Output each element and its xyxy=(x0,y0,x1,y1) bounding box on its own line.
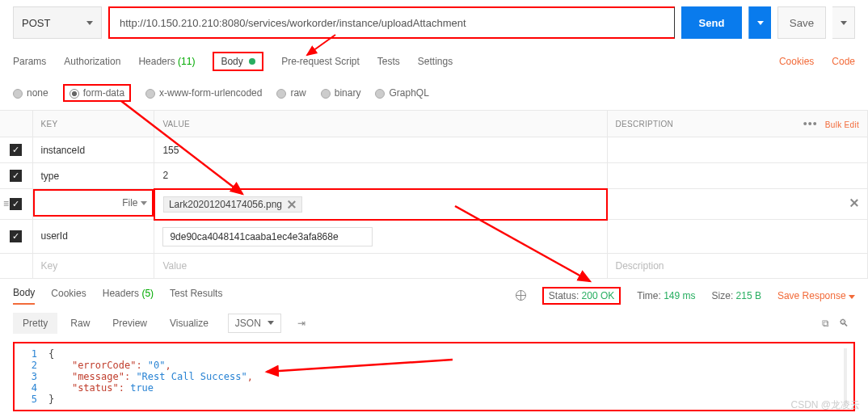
delete-row-icon[interactable] xyxy=(849,198,859,208)
value-cell[interactable]: 9de90ca4048141caaba1ec4e3afa868e xyxy=(154,220,607,254)
view-raw[interactable]: Raw xyxy=(61,313,99,334)
value-cell[interactable]: 2 xyxy=(154,163,607,189)
http-method-value: POST xyxy=(22,17,50,29)
response-body[interactable]: 1{ 2 "errorCode": "0", 3 "message": "Res… xyxy=(13,342,855,411)
radio-icon xyxy=(13,89,23,99)
table-row: ≡ ✓ File Lark20201204174056.png xyxy=(0,189,868,220)
body-raw[interactable]: raw xyxy=(276,87,305,99)
row-checkbox[interactable]: ✓ xyxy=(10,144,22,156)
row-checkbox[interactable]: ✓ xyxy=(10,170,22,182)
col-head-description: DESCRIPTION ••• Bulk Edit xyxy=(607,111,868,137)
tab-settings[interactable]: Settings xyxy=(418,56,453,67)
code-link[interactable]: Code xyxy=(832,56,855,67)
file-chip[interactable]: Lark20201204174056.png xyxy=(163,196,302,213)
format-select[interactable]: JSON xyxy=(228,314,281,333)
value-cell[interactable]: Lark20201204174056.png xyxy=(154,189,607,220)
col-head-value: VALUE xyxy=(154,111,607,137)
view-pretty[interactable]: Pretty xyxy=(13,313,57,334)
copy-icon[interactable]: ⧉ xyxy=(822,318,829,329)
send-dropdown[interactable] xyxy=(748,6,771,39)
key-cell[interactable]: File xyxy=(33,189,154,217)
active-dot-icon xyxy=(249,58,255,65)
scrollbar[interactable] xyxy=(844,348,847,405)
body-form-data[interactable]: form-data xyxy=(63,84,131,102)
description-cell[interactable] xyxy=(607,220,868,254)
table-row: ✓ instanceId 155 xyxy=(0,137,868,163)
response-tab-tests[interactable]: Test Results xyxy=(170,288,222,304)
tab-authorization[interactable]: Authorization xyxy=(64,56,120,67)
search-icon[interactable]: 🔍︎ xyxy=(839,318,849,329)
save-response-dropdown[interactable]: Save Response xyxy=(777,290,855,301)
chevron-down-icon xyxy=(841,21,847,25)
status-badge: Status: 200 OK xyxy=(542,287,621,305)
body-graphql[interactable]: GraphQL xyxy=(375,87,428,99)
chevron-down-icon xyxy=(141,201,147,205)
body-binary[interactable]: binary xyxy=(321,87,361,99)
chevron-down-icon xyxy=(849,295,855,299)
value-cell[interactable]: 155 xyxy=(154,137,607,163)
bulk-edit-link[interactable]: Bulk Edit xyxy=(825,120,859,129)
radio-icon xyxy=(276,89,286,99)
col-head-enable xyxy=(0,111,32,137)
tab-headers[interactable]: Headers (11) xyxy=(138,56,195,67)
row-checkbox[interactable]: ✓ xyxy=(10,198,22,210)
save-button[interactable]: Save xyxy=(777,6,826,39)
table-row-placeholder: Key Value Description xyxy=(0,253,868,278)
chevron-down-icon xyxy=(86,21,93,25)
table-row: ✓ userId 9de90ca4048141caaba1ec4e3afa868… xyxy=(0,220,868,254)
key-placeholder[interactable]: Key xyxy=(32,253,154,278)
globe-icon[interactable] xyxy=(516,290,526,301)
body-none[interactable]: none xyxy=(13,87,48,99)
value-placeholder[interactable]: Value xyxy=(154,253,607,278)
remove-file-icon[interactable] xyxy=(287,200,297,209)
tab-params[interactable]: Params xyxy=(13,56,46,67)
description-cell[interactable] xyxy=(607,163,868,189)
response-tab-cookies[interactable]: Cookies xyxy=(51,288,86,304)
url-input[interactable]: http://10.150.210.210:8080/services/work… xyxy=(108,6,675,39)
description-cell[interactable] xyxy=(607,189,868,220)
view-preview[interactable]: Preview xyxy=(103,313,157,334)
radio-icon xyxy=(321,89,331,99)
key-cell[interactable]: instanceId xyxy=(32,137,154,163)
radio-icon xyxy=(375,89,385,99)
save-dropdown[interactable] xyxy=(832,6,855,39)
form-data-table: KEY VALUE DESCRIPTION ••• Bulk Edit ✓ in… xyxy=(0,110,868,279)
chevron-down-icon xyxy=(268,321,274,325)
http-method-select[interactable]: POST xyxy=(13,6,102,39)
cookies-link[interactable]: Cookies xyxy=(779,56,814,67)
tab-prerequest[interactable]: Pre-request Script xyxy=(281,56,360,67)
radio-icon xyxy=(70,89,79,99)
response-tab-body[interactable]: Body xyxy=(13,287,35,305)
description-cell[interactable] xyxy=(607,137,868,163)
more-icon[interactable]: ••• xyxy=(803,117,818,130)
tab-body[interactable]: Body xyxy=(213,52,263,71)
key-cell[interactable]: userId xyxy=(32,220,154,254)
response-tab-headers[interactable]: Headers (5) xyxy=(103,288,154,304)
row-checkbox[interactable]: ✓ xyxy=(10,230,22,242)
radio-icon xyxy=(145,89,155,99)
body-urlencoded[interactable]: x-www-form-urlencoded xyxy=(145,87,262,99)
tab-tests[interactable]: Tests xyxy=(377,56,400,67)
row-drag-icon[interactable]: ≡ xyxy=(3,198,9,209)
size-badge: Size: 215 B xyxy=(712,290,761,301)
time-badge: Time: 149 ms xyxy=(637,290,695,301)
view-visualize[interactable]: Visualize xyxy=(160,313,218,334)
chevron-down-icon xyxy=(757,21,764,25)
send-button[interactable]: Send xyxy=(681,6,742,39)
watermark: CSDN @龙凌云 xyxy=(790,398,860,411)
table-row: ✓ type 2 xyxy=(0,163,868,189)
col-head-key: KEY xyxy=(32,111,154,137)
wrap-lines-icon[interactable]: ⇥ xyxy=(293,313,310,334)
description-placeholder[interactable]: Description xyxy=(607,253,868,278)
key-cell[interactable]: type xyxy=(32,163,154,189)
